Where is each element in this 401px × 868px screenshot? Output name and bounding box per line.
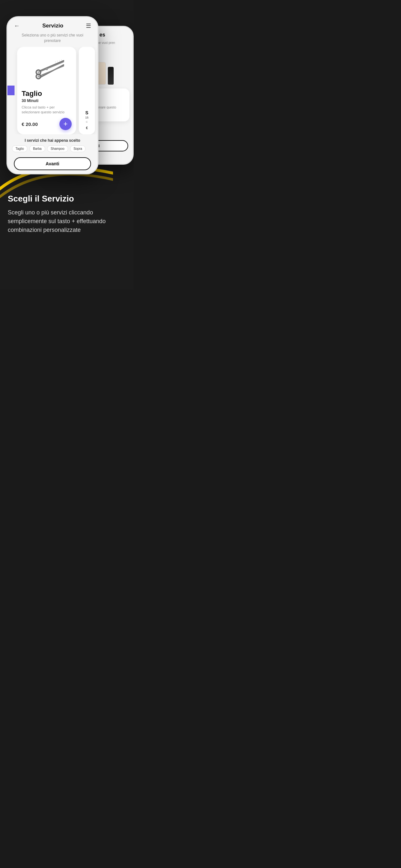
tag-shampoo[interactable]: Shampoo [47,145,68,152]
phone-front: ← Servizio ☰ Seleziona uno o più servizi… [6,16,98,175]
bottle-small-dark [108,67,114,85]
card-footer: € 20.00 + [22,118,72,130]
svg-point-6 [45,68,48,70]
front-phone-header: ← Servizio ☰ [7,17,97,33]
card-scissors-image [22,51,72,87]
left-purple-dot [7,86,14,95]
front-phone-back-icon[interactable]: ← [14,23,20,29]
partial-card-price: € [86,126,88,130]
partial-card-time: 15 [85,116,89,119]
card-duration: 30 Minuti [22,98,72,103]
selected-tags-row: Taglio Barba Shampoo Sopra [12,145,93,152]
bottom-text-section: Scegli il Servizio Scegli uno o più serv… [0,184,134,247]
avanti-button[interactable]: Avanti [14,157,91,170]
add-service-button[interactable]: + [59,118,72,130]
front-phone-subtitle: Seleziona uno o più servizi che vuoi pre… [7,33,97,47]
partial-card-desc-short: C [86,120,88,124]
partial-next-card: S 15 C € [79,47,95,134]
tag-barba[interactable]: Barba [29,145,45,152]
card-service-name: Taglio [22,89,72,98]
selected-services-section: I servizi che hai appena scelto Taglio B… [7,134,97,154]
svg-line-11 [55,61,56,63]
tag-taglio[interactable]: Taglio [12,145,27,152]
svg-line-13 [59,60,60,62]
svg-line-14 [61,59,62,61]
svg-line-12 [57,60,58,62]
card-description: Clicca sul tasto + per selezionare quest… [22,105,72,115]
scissors-icon [26,55,68,84]
bottom-body-text: Scegli uno o più servizi cliccando sempl… [8,208,126,235]
bottom-heading: Scegli il Servizio [8,194,126,204]
front-service-card: Taglio 30 Minuti Clicca sul tasto + per … [17,47,76,134]
front-phone-screen: ← Servizio ☰ Seleziona uno o più servizi… [7,17,97,174]
partial-card-letter: S [85,110,88,115]
phones-container: ← Servizi es Seleziona uno o che vuoi pr… [0,6,134,181]
app-container: ← Servizi es Seleziona uno o che vuoi pr… [0,0,134,289]
tag-sopra[interactable]: Sopra [70,145,86,152]
selected-services-title: I servizi che hai appena scelto [12,138,93,143]
svg-line-1 [40,61,63,71]
card-price: € 20.00 [22,121,38,127]
front-phone-menu-icon[interactable]: ☰ [86,22,91,29]
front-phone-title: Servizio [42,23,63,29]
plus-icon: + [64,120,68,128]
